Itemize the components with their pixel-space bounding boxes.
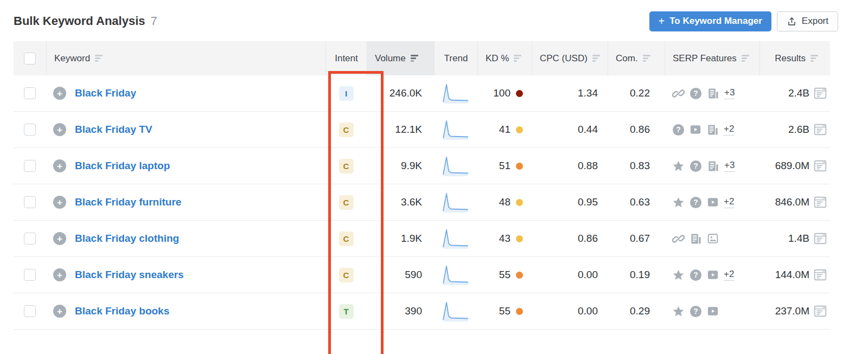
row-checkbox-cell <box>14 87 46 99</box>
serp-features-more-link[interactable]: +2 <box>724 269 734 280</box>
kd-value: 55 <box>499 269 510 281</box>
column-header-kd[interactable]: KD % <box>477 41 532 75</box>
keyword-link[interactable]: Black Friday TV <box>75 124 152 136</box>
trend-sparkline <box>434 300 477 323</box>
kd-difficulty-dot <box>516 308 523 315</box>
row-checkbox[interactable] <box>24 269 36 281</box>
star-icon <box>672 269 685 281</box>
export-icon <box>787 16 797 27</box>
column-header-serp-features[interactable]: SERP Features <box>665 41 760 75</box>
row-checkbox[interactable] <box>24 233 36 244</box>
com-value: 0.63 <box>608 196 665 208</box>
kd-value: 48 <box>499 196 510 208</box>
column-label-cpc: CPC (USD) <box>540 53 588 64</box>
star-icon <box>672 160 685 172</box>
table-row: + Black Friday clothing C 1.9K 43 0.86 0… <box>14 221 830 257</box>
question-icon: ? <box>690 269 702 281</box>
keyword-link[interactable]: Black Friday furniture <box>75 196 181 208</box>
serp-features-more-link[interactable]: +2 <box>724 124 734 135</box>
cpc-value: 0.00 <box>532 269 608 281</box>
results-value: 237.0M <box>775 305 809 317</box>
results-page-icon[interactable] <box>813 86 827 100</box>
kd-value: 100 <box>493 87 510 99</box>
com-value: 0.86 <box>608 124 665 136</box>
question-icon: ? <box>672 124 685 136</box>
intent-badge: C <box>339 268 354 282</box>
to-keyword-manager-label: To Keyword Manager <box>669 16 762 27</box>
column-header-results[interactable]: Results <box>760 41 830 75</box>
column-header-com[interactable]: Com. <box>608 41 665 75</box>
row-checkbox-cell <box>14 124 46 136</box>
com-value: 0.22 <box>608 87 665 99</box>
kd-value: 41 <box>499 124 510 136</box>
table-row: + Black Friday TV C 12.1K 41 0.44 0.86 ?… <box>14 112 830 148</box>
serp-features-more-link[interactable]: +3 <box>724 87 735 99</box>
add-keyword-icon[interactable]: + <box>53 268 66 281</box>
intent-badge: C <box>339 123 354 137</box>
table-row: + Black Friday sneakers C 590 55 0.00 0.… <box>14 257 830 293</box>
column-header-volume[interactable]: Volume <box>367 41 434 75</box>
results-page-icon[interactable] <box>813 268 827 282</box>
news-icon <box>707 160 719 172</box>
column-label-com: Com. <box>616 53 638 64</box>
trend-sparkline <box>434 263 477 286</box>
column-header-keyword[interactable]: Keyword <box>46 41 326 75</box>
serp-features-more-link[interactable]: +2 <box>724 196 734 208</box>
table-row: + Black Friday I 246.0K 100 1.34 0.22 ?+… <box>14 75 830 112</box>
keyword-count: 7 <box>150 14 157 28</box>
serp-features-cell: ?+2 <box>665 124 760 136</box>
row-checkbox[interactable] <box>24 160 36 172</box>
column-label-volume: Volume <box>375 53 406 64</box>
sort-icon <box>514 55 521 62</box>
results-page-icon[interactable] <box>813 195 827 209</box>
add-keyword-icon[interactable]: + <box>53 305 66 318</box>
row-checkbox[interactable] <box>24 196 36 208</box>
column-label-intent: Intent <box>335 53 358 64</box>
question-icon: ? <box>690 160 702 172</box>
to-keyword-manager-button[interactable]: + To Keyword Manager <box>649 11 771 31</box>
serp-features-cell: ?+2 <box>665 269 760 281</box>
volume-value: 390 <box>367 305 434 317</box>
column-header-cpc[interactable]: CPC (USD) <box>532 41 608 75</box>
select-all-checkbox[interactable] <box>24 53 36 65</box>
kd-difficulty-dot <box>516 272 523 279</box>
results-value: 1.4B <box>788 233 809 244</box>
row-checkbox-cell <box>14 269 46 281</box>
export-button[interactable]: Export <box>777 11 838 31</box>
add-keyword-icon[interactable]: + <box>53 159 66 172</box>
keyword-link[interactable]: Black Friday sneakers <box>75 269 184 281</box>
keyword-link[interactable]: Black Friday clothing <box>75 233 179 244</box>
results-value: 2.6B <box>788 124 809 136</box>
image-icon <box>707 233 719 244</box>
cpc-value: 1.34 <box>532 87 608 99</box>
add-keyword-icon[interactable]: + <box>53 87 66 100</box>
row-checkbox[interactable] <box>24 87 36 99</box>
com-value: 0.29 <box>608 305 665 317</box>
keyword-link[interactable]: Black Friday laptop <box>75 160 170 172</box>
row-checkbox-cell <box>14 305 46 317</box>
keyword-link[interactable]: Black Friday books <box>75 305 169 317</box>
add-keyword-icon[interactable]: + <box>53 232 66 245</box>
row-checkbox[interactable] <box>24 305 36 317</box>
add-keyword-icon[interactable]: + <box>53 196 66 209</box>
kd-difficulty-dot <box>516 126 523 133</box>
results-page-icon[interactable] <box>813 231 827 246</box>
row-checkbox[interactable] <box>24 124 36 136</box>
column-header-intent[interactable]: Intent <box>326 41 367 75</box>
keyword-link[interactable]: Black Friday <box>75 87 136 99</box>
keyword-table: Keyword Intent Volume Trend KD % CPC (US… <box>14 41 830 330</box>
svg-text:?: ? <box>693 162 698 170</box>
results-page-icon[interactable] <box>813 304 827 318</box>
serp-features-cell: ?+3 <box>665 87 760 100</box>
cpc-value: 0.86 <box>532 233 608 244</box>
results-page-icon[interactable] <box>813 159 827 173</box>
trend-sparkline <box>434 82 477 105</box>
results-value: 689.0M <box>775 160 809 172</box>
add-keyword-icon[interactable]: + <box>53 123 66 136</box>
serp-features-more-link[interactable]: +3 <box>724 160 735 171</box>
column-header-trend: Trend <box>434 41 477 75</box>
results-page-icon[interactable] <box>813 123 827 137</box>
trend-sparkline <box>434 227 477 250</box>
kd-difficulty-dot <box>516 235 523 242</box>
trend-sparkline <box>434 118 477 141</box>
